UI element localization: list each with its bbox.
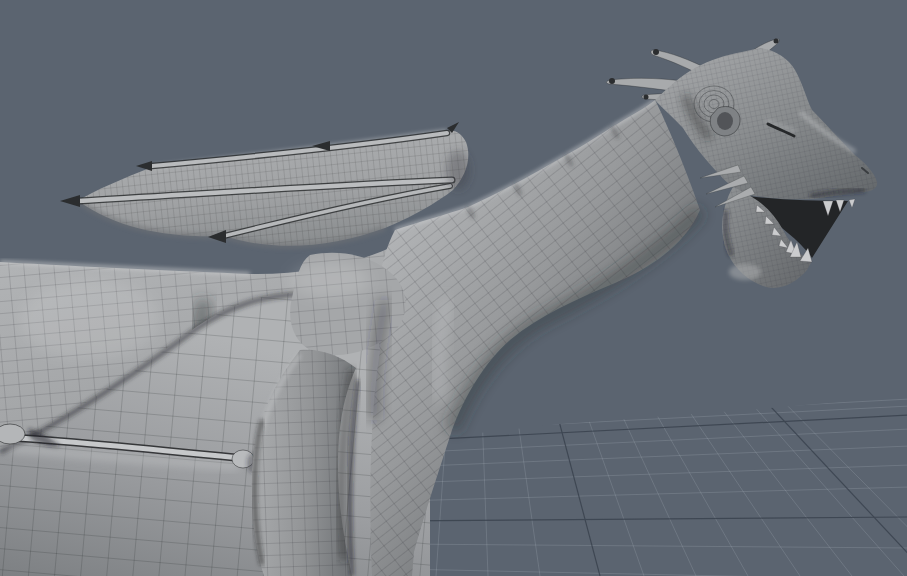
wing-knuckle [0, 424, 25, 444]
wing-wrist-shade [446, 150, 470, 190]
bicep-highlight [290, 262, 370, 298]
viewport-canvas[interactable] [0, 0, 907, 576]
hip-highlight [20, 280, 160, 360]
viewport[interactable] [0, 0, 907, 576]
ear-inner-shadow [717, 112, 733, 130]
chin-highlight [729, 264, 761, 280]
